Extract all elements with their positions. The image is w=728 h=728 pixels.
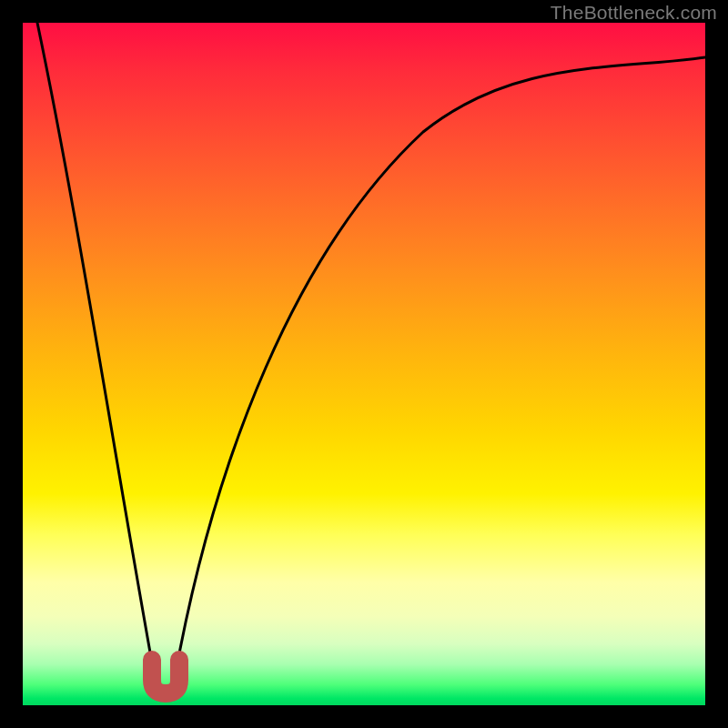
chart-stage: TheBottleneck.com <box>0 0 728 728</box>
curve-left-branch <box>37 23 155 678</box>
plot-area <box>23 23 705 705</box>
curve-layer <box>23 23 705 705</box>
u-marker <box>152 660 179 693</box>
curve-right-branch <box>175 57 705 678</box>
watermark-text: TheBottleneck.com <box>551 2 717 24</box>
